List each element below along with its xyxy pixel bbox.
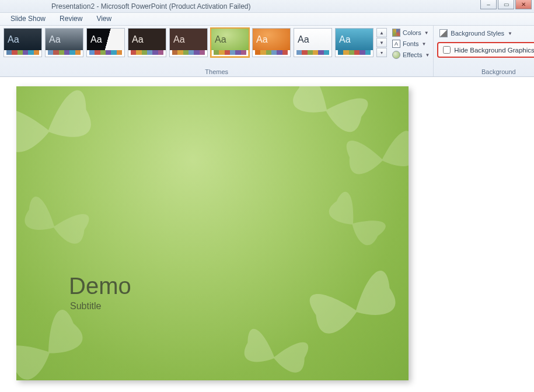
theme-aa-label: Aa — [215, 34, 226, 45]
theme-swatches — [214, 50, 246, 55]
minimize-button[interactable]: – — [480, 0, 497, 9]
theme-aa-label: Aa — [49, 34, 61, 45]
theme-swatches — [131, 50, 163, 55]
theme-preview: Aa — [4, 29, 41, 50]
hide-background-graphics-checkbox[interactable]: Hide Background Graphics — [437, 42, 534, 58]
theme-thumb-2[interactable]: Aa — [86, 28, 125, 57]
ribbon: AaAaAaAaAaAaAaAaAa▲▼▾Colors▼AFonts▼Effec… — [0, 26, 534, 77]
window-controls: – ▭ ✕ — [480, 0, 532, 9]
effects-dropdown-label: Effects — [403, 51, 422, 58]
themes-gallery: AaAaAaAaAaAaAaAaAa▲▼▾Colors▼AFonts▼Effec… — [4, 28, 430, 60]
gallery-down-button[interactable]: ▼ — [376, 38, 387, 47]
theme-aa-label: Aa — [256, 34, 268, 45]
theme-thumb-8[interactable]: Aa — [335, 28, 374, 57]
chevron-down-icon: ▼ — [424, 30, 429, 36]
butterfly-graphic — [16, 181, 99, 271]
theme-aa-label: Aa — [132, 34, 144, 45]
colors-dropdown[interactable]: Colors▼ — [392, 28, 430, 37]
slide-title[interactable]: Demo — [69, 273, 131, 299]
tab-slide-show[interactable]: Slide Show — [4, 13, 53, 25]
background-styles-label: Background Styles — [451, 30, 504, 37]
theme-aa-label: Aa — [298, 34, 309, 45]
theme-preview: Aa — [170, 29, 207, 50]
fonts-dropdown[interactable]: AFonts▼ — [392, 39, 430, 48]
theme-thumb-5[interactable]: Aa — [211, 28, 249, 57]
chevron-down-icon: ▼ — [425, 52, 430, 58]
theme-thumb-1[interactable]: Aa — [45, 28, 83, 57]
butterfly-graphic — [16, 86, 109, 191]
chevron-down-icon: ▼ — [508, 31, 512, 36]
theme-thumb-0[interactable]: Aa — [4, 28, 42, 57]
slide-canvas[interactable]: Demo Subtitle — [16, 86, 409, 380]
fonts-dropdown-icon: A — [392, 40, 400, 48]
effects-dropdown[interactable]: Effects▼ — [392, 50, 430, 60]
theme-swatches — [296, 50, 329, 55]
themes-gallery-scroll: ▲▼▾ — [376, 28, 387, 57]
theme-thumb-7[interactable]: Aa — [294, 28, 332, 57]
effects-dropdown-icon — [392, 51, 400, 59]
theme-options: Colors▼AFonts▼Effects▼ — [392, 28, 430, 60]
theme-aa-label: Aa — [339, 34, 351, 45]
theme-swatches — [338, 50, 371, 55]
theme-preview: Aa — [87, 29, 124, 50]
ribbon-group-themes: AaAaAaAaAaAaAaAaAa▲▼▾Colors▼AFonts▼Effec… — [0, 26, 434, 76]
slide-subtitle[interactable]: Subtitle — [70, 301, 101, 312]
slide-workarea: Demo Subtitle — [0, 77, 534, 392]
theme-aa-label: Aa — [173, 34, 185, 45]
theme-thumb-4[interactable]: Aa — [169, 28, 208, 57]
butterfly-graphic — [296, 250, 409, 370]
group-label-background: Background — [434, 68, 534, 75]
hide-background-graphics-input[interactable] — [443, 46, 451, 54]
maximize-button[interactable]: ▭ — [498, 0, 514, 9]
background-styles-icon — [439, 29, 448, 37]
background-styles-dropdown[interactable]: Background Styles ▼ — [437, 28, 534, 38]
theme-preview: Aa — [336, 29, 373, 50]
theme-thumb-6[interactable]: Aa — [252, 28, 291, 57]
theme-preview: Aa — [128, 29, 166, 50]
chevron-down-icon: ▼ — [422, 41, 427, 47]
theme-preview: Aa — [211, 29, 249, 50]
theme-swatches — [89, 50, 122, 55]
theme-aa-label: Aa — [90, 34, 102, 45]
colors-dropdown-label: Colors — [403, 29, 421, 36]
theme-swatches — [48, 50, 81, 55]
theme-preview: Aa — [253, 29, 290, 50]
group-label-themes: Themes — [0, 68, 433, 75]
gallery-more-button[interactable]: ▾ — [376, 48, 387, 57]
colors-dropdown-icon — [392, 29, 400, 37]
ribbon-group-background: Background Styles ▼ Hide Background Grap… — [434, 26, 534, 76]
butterfly-graphic — [232, 314, 317, 380]
window-title: Presentation2 - Microsoft PowerPoint (Pr… — [51, 2, 250, 10]
theme-swatches — [172, 50, 205, 55]
tab-review[interactable]: Review — [53, 13, 89, 25]
theme-preview: Aa — [294, 29, 331, 50]
title-bar: Presentation2 - Microsoft PowerPoint (Pr… — [0, 0, 534, 13]
close-button[interactable]: ✕ — [515, 0, 532, 9]
theme-swatches — [255, 50, 288, 55]
hide-background-graphics-label: Hide Background Graphics — [454, 47, 534, 54]
fonts-dropdown-label: Fonts — [403, 40, 419, 47]
theme-preview: Aa — [46, 29, 83, 50]
theme-thumb-3[interactable]: Aa — [128, 28, 166, 57]
theme-swatches — [6, 50, 39, 55]
gallery-up-button[interactable]: ▲ — [376, 28, 387, 37]
tab-view[interactable]: View — [89, 13, 118, 25]
theme-aa-label: Aa — [8, 34, 19, 45]
ribbon-tabs: Slide Show Review View — [0, 13, 534, 26]
